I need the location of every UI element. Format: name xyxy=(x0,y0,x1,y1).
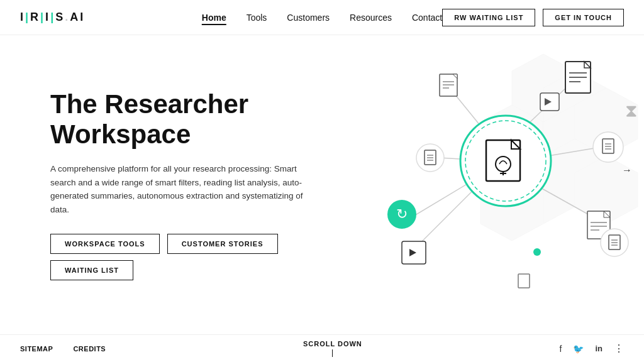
footer-left: SITEMAP CREDITS xyxy=(20,345,106,353)
svg-text:→: → xyxy=(622,165,632,175)
hero-buttons: WORKSPACE TOOLS CUSTOMER STORIES WAITING… xyxy=(50,234,352,280)
sitemap-link[interactable]: SITEMAP xyxy=(20,345,53,353)
svg-rect-55 xyxy=(518,274,530,288)
footer: SITEMAP CREDITS SCROLL DOWN f 🐦 in ⋮ xyxy=(0,334,644,362)
logo-text: I|R|I|S.AI xyxy=(20,11,85,23)
hero-description: A comprehensive platform for all your re… xyxy=(50,162,321,216)
linkedin-icon[interactable]: in xyxy=(595,344,602,353)
hero-illustration: ↻ xyxy=(304,35,644,334)
scroll-down: SCROLL DOWN xyxy=(303,340,362,357)
nav-item-resources[interactable]: Resources xyxy=(350,12,392,23)
get-in-touch-button[interactable]: GET IN TOUCH xyxy=(543,9,624,26)
waiting-list-button[interactable]: WAITING LIST xyxy=(50,260,133,280)
hero-content: The Researcher Workspace A comprehensive… xyxy=(50,89,352,281)
rw-waiting-list-button[interactable]: RW WAITING LIST xyxy=(442,9,535,26)
hero-btn-row-1: WORKSPACE TOOLS CUSTOMER STORIES xyxy=(50,234,278,254)
hero-section: The Researcher Workspace A comprehensive… xyxy=(0,35,644,334)
workspace-tools-button[interactable]: WORKSPACE TOOLS xyxy=(50,234,160,254)
hero-title: The Researcher Workspace xyxy=(50,89,352,150)
navigation: I|R|I|S.AI Home Tools Customers Resource… xyxy=(0,0,644,35)
footer-social: f 🐦 in ⋮ xyxy=(560,343,624,354)
illustration-svg: ↻ xyxy=(304,35,644,299)
scroll-indicator xyxy=(332,349,333,357)
facebook-icon[interactable]: f xyxy=(560,344,562,354)
nav-item-tools[interactable]: Tools xyxy=(247,12,267,23)
logo: I|R|I|S.AI xyxy=(20,11,85,24)
nav-links: Home Tools Customers Resources Contact xyxy=(202,12,442,23)
credits-link[interactable]: CREDITS xyxy=(73,345,106,353)
svg-text:⧗: ⧗ xyxy=(625,101,638,121)
svg-text:↻: ↻ xyxy=(396,206,408,222)
nav-item-home[interactable]: Home xyxy=(202,12,226,23)
nav-item-contact[interactable]: Contact xyxy=(412,12,442,23)
nav-buttons: RW WAITING LIST GET IN TOUCH xyxy=(442,9,624,26)
customer-stories-button[interactable]: CUSTOMER STORIES xyxy=(167,234,278,254)
nav-item-customers[interactable]: Customers xyxy=(287,12,330,23)
share-icon[interactable]: ⋮ xyxy=(614,343,624,354)
twitter-icon[interactable]: 🐦 xyxy=(573,344,584,354)
svg-point-53 xyxy=(533,248,541,256)
